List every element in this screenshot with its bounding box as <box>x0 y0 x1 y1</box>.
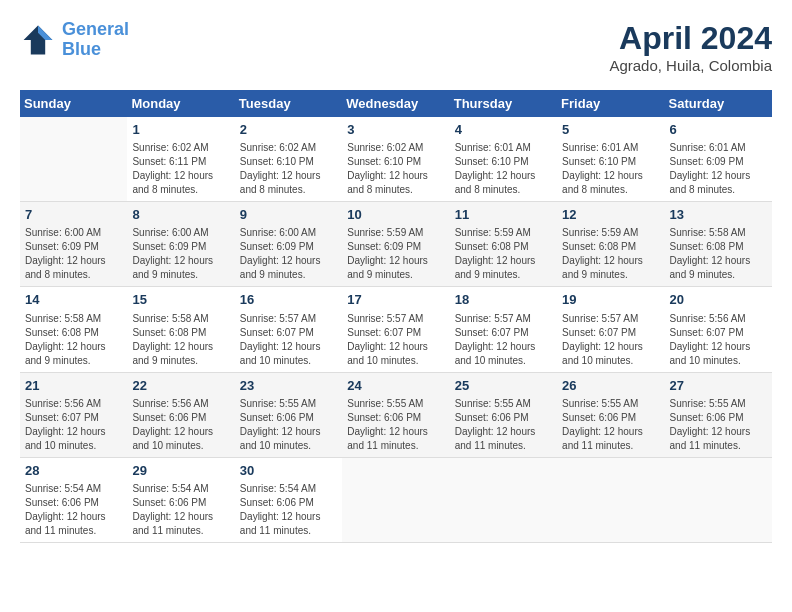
day-number: 1 <box>132 121 229 139</box>
day-number: 2 <box>240 121 337 139</box>
day-info: Sunrise: 5:59 AM Sunset: 6:08 PM Dayligh… <box>455 226 552 282</box>
day-info: Sunrise: 5:55 AM Sunset: 6:06 PM Dayligh… <box>455 397 552 453</box>
day-number: 17 <box>347 291 444 309</box>
calendar-cell: 25Sunrise: 5:55 AM Sunset: 6:06 PM Dayli… <box>450 372 557 457</box>
calendar-cell: 6Sunrise: 6:01 AM Sunset: 6:09 PM Daylig… <box>665 117 772 202</box>
day-info: Sunrise: 5:57 AM Sunset: 6:07 PM Dayligh… <box>455 312 552 368</box>
calendar-cell: 29Sunrise: 5:54 AM Sunset: 6:06 PM Dayli… <box>127 457 234 542</box>
calendar-cell: 14Sunrise: 5:58 AM Sunset: 6:08 PM Dayli… <box>20 287 127 372</box>
page-header: General Blue April 2024 Agrado, Huila, C… <box>20 20 772 74</box>
calendar-cell: 20Sunrise: 5:56 AM Sunset: 6:07 PM Dayli… <box>665 287 772 372</box>
day-number: 14 <box>25 291 122 309</box>
day-number: 9 <box>240 206 337 224</box>
day-number: 24 <box>347 377 444 395</box>
day-info: Sunrise: 6:01 AM Sunset: 6:09 PM Dayligh… <box>670 141 767 197</box>
calendar-cell <box>20 117 127 202</box>
day-info: Sunrise: 5:56 AM Sunset: 6:07 PM Dayligh… <box>25 397 122 453</box>
calendar-cell: 12Sunrise: 5:59 AM Sunset: 6:08 PM Dayli… <box>557 202 664 287</box>
calendar-cell: 22Sunrise: 5:56 AM Sunset: 6:06 PM Dayli… <box>127 372 234 457</box>
day-info: Sunrise: 6:02 AM Sunset: 6:10 PM Dayligh… <box>347 141 444 197</box>
day-info: Sunrise: 5:55 AM Sunset: 6:06 PM Dayligh… <box>670 397 767 453</box>
calendar-cell <box>557 457 664 542</box>
day-info: Sunrise: 5:59 AM Sunset: 6:09 PM Dayligh… <box>347 226 444 282</box>
day-info: Sunrise: 5:56 AM Sunset: 6:06 PM Dayligh… <box>132 397 229 453</box>
day-info: Sunrise: 6:02 AM Sunset: 6:11 PM Dayligh… <box>132 141 229 197</box>
day-info: Sunrise: 5:55 AM Sunset: 6:06 PM Dayligh… <box>562 397 659 453</box>
calendar-cell: 28Sunrise: 5:54 AM Sunset: 6:06 PM Dayli… <box>20 457 127 542</box>
calendar-cell: 8Sunrise: 6:00 AM Sunset: 6:09 PM Daylig… <box>127 202 234 287</box>
logo-text: General Blue <box>62 20 129 60</box>
day-number: 28 <box>25 462 122 480</box>
weekday-header: Thursday <box>450 90 557 117</box>
day-info: Sunrise: 5:59 AM Sunset: 6:08 PM Dayligh… <box>562 226 659 282</box>
day-info: Sunrise: 6:00 AM Sunset: 6:09 PM Dayligh… <box>240 226 337 282</box>
day-number: 21 <box>25 377 122 395</box>
day-number: 6 <box>670 121 767 139</box>
calendar-cell: 27Sunrise: 5:55 AM Sunset: 6:06 PM Dayli… <box>665 372 772 457</box>
calendar-cell: 1Sunrise: 6:02 AM Sunset: 6:11 PM Daylig… <box>127 117 234 202</box>
calendar-cell: 24Sunrise: 5:55 AM Sunset: 6:06 PM Dayli… <box>342 372 449 457</box>
logo: General Blue <box>20 20 129 60</box>
calendar-cell: 17Sunrise: 5:57 AM Sunset: 6:07 PM Dayli… <box>342 287 449 372</box>
day-number: 13 <box>670 206 767 224</box>
day-info: Sunrise: 5:58 AM Sunset: 6:08 PM Dayligh… <box>25 312 122 368</box>
day-number: 10 <box>347 206 444 224</box>
calendar-cell: 19Sunrise: 5:57 AM Sunset: 6:07 PM Dayli… <box>557 287 664 372</box>
calendar-cell: 4Sunrise: 6:01 AM Sunset: 6:10 PM Daylig… <box>450 117 557 202</box>
day-info: Sunrise: 5:54 AM Sunset: 6:06 PM Dayligh… <box>25 482 122 538</box>
day-info: Sunrise: 6:01 AM Sunset: 6:10 PM Dayligh… <box>562 141 659 197</box>
calendar-cell: 13Sunrise: 5:58 AM Sunset: 6:08 PM Dayli… <box>665 202 772 287</box>
weekday-header: Wednesday <box>342 90 449 117</box>
day-info: Sunrise: 5:57 AM Sunset: 6:07 PM Dayligh… <box>347 312 444 368</box>
day-info: Sunrise: 5:55 AM Sunset: 6:06 PM Dayligh… <box>240 397 337 453</box>
day-number: 29 <box>132 462 229 480</box>
calendar-cell: 5Sunrise: 6:01 AM Sunset: 6:10 PM Daylig… <box>557 117 664 202</box>
day-info: Sunrise: 5:56 AM Sunset: 6:07 PM Dayligh… <box>670 312 767 368</box>
day-info: Sunrise: 6:00 AM Sunset: 6:09 PM Dayligh… <box>132 226 229 282</box>
day-info: Sunrise: 6:01 AM Sunset: 6:10 PM Dayligh… <box>455 141 552 197</box>
calendar-cell: 18Sunrise: 5:57 AM Sunset: 6:07 PM Dayli… <box>450 287 557 372</box>
day-info: Sunrise: 5:54 AM Sunset: 6:06 PM Dayligh… <box>240 482 337 538</box>
day-info: Sunrise: 5:55 AM Sunset: 6:06 PM Dayligh… <box>347 397 444 453</box>
day-info: Sunrise: 5:58 AM Sunset: 6:08 PM Dayligh… <box>132 312 229 368</box>
day-number: 25 <box>455 377 552 395</box>
day-number: 4 <box>455 121 552 139</box>
day-number: 15 <box>132 291 229 309</box>
day-number: 8 <box>132 206 229 224</box>
calendar-header: SundayMondayTuesdayWednesdayThursdayFrid… <box>20 90 772 117</box>
day-number: 26 <box>562 377 659 395</box>
calendar-cell: 11Sunrise: 5:59 AM Sunset: 6:08 PM Dayli… <box>450 202 557 287</box>
day-number: 19 <box>562 291 659 309</box>
location-subtitle: Agrado, Huila, Colombia <box>609 57 772 74</box>
calendar-cell <box>342 457 449 542</box>
calendar-cell: 10Sunrise: 5:59 AM Sunset: 6:09 PM Dayli… <box>342 202 449 287</box>
month-title: April 2024 <box>609 20 772 57</box>
calendar-cell: 16Sunrise: 5:57 AM Sunset: 6:07 PM Dayli… <box>235 287 342 372</box>
weekday-header: Saturday <box>665 90 772 117</box>
calendar-cell: 2Sunrise: 6:02 AM Sunset: 6:10 PM Daylig… <box>235 117 342 202</box>
day-number: 5 <box>562 121 659 139</box>
day-number: 22 <box>132 377 229 395</box>
title-block: April 2024 Agrado, Huila, Colombia <box>609 20 772 74</box>
day-number: 3 <box>347 121 444 139</box>
day-number: 18 <box>455 291 552 309</box>
calendar-cell: 9Sunrise: 6:00 AM Sunset: 6:09 PM Daylig… <box>235 202 342 287</box>
calendar-table: SundayMondayTuesdayWednesdayThursdayFrid… <box>20 90 772 543</box>
weekday-header: Sunday <box>20 90 127 117</box>
day-number: 30 <box>240 462 337 480</box>
calendar-cell: 7Sunrise: 6:00 AM Sunset: 6:09 PM Daylig… <box>20 202 127 287</box>
day-number: 23 <box>240 377 337 395</box>
weekday-header: Friday <box>557 90 664 117</box>
calendar-cell: 3Sunrise: 6:02 AM Sunset: 6:10 PM Daylig… <box>342 117 449 202</box>
calendar-cell <box>665 457 772 542</box>
day-number: 27 <box>670 377 767 395</box>
day-number: 12 <box>562 206 659 224</box>
day-info: Sunrise: 5:57 AM Sunset: 6:07 PM Dayligh… <box>240 312 337 368</box>
weekday-header: Tuesday <box>235 90 342 117</box>
calendar-cell: 23Sunrise: 5:55 AM Sunset: 6:06 PM Dayli… <box>235 372 342 457</box>
calendar-cell <box>450 457 557 542</box>
day-number: 16 <box>240 291 337 309</box>
day-info: Sunrise: 5:57 AM Sunset: 6:07 PM Dayligh… <box>562 312 659 368</box>
day-info: Sunrise: 6:02 AM Sunset: 6:10 PM Dayligh… <box>240 141 337 197</box>
calendar-cell: 15Sunrise: 5:58 AM Sunset: 6:08 PM Dayli… <box>127 287 234 372</box>
